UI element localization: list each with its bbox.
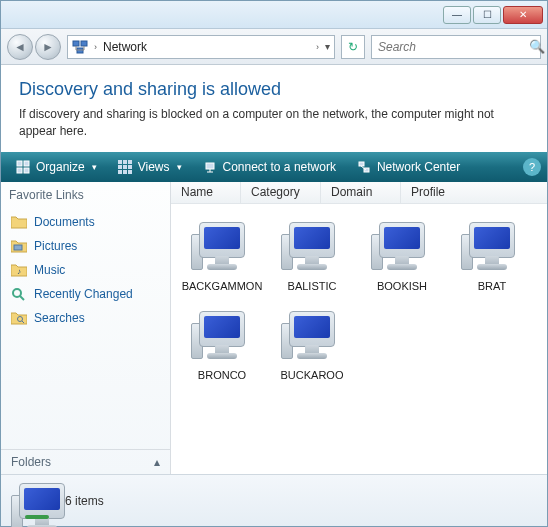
- folders-toggle[interactable]: Folders ▴: [1, 449, 170, 474]
- main-area: NameCategoryDomainProfile BACKGAMMONBALI…: [171, 182, 547, 474]
- computer-label: BRAT: [478, 280, 507, 293]
- breadcrumb-sep2[interactable]: ›: [316, 42, 319, 52]
- favorite-links-header: Favorite Links: [1, 182, 170, 208]
- favorite-links-list: DocumentsPictures♪MusicRecently ChangedS…: [1, 208, 170, 332]
- body: Favorite Links DocumentsPictures♪MusicRe…: [1, 182, 547, 474]
- computer-bookish[interactable]: BOOKISH: [359, 216, 445, 297]
- help-button[interactable]: ?: [523, 158, 541, 176]
- computer-icon: [191, 309, 253, 365]
- command-bar: Organize ▾ Views ▾ Connect to a network …: [1, 152, 547, 182]
- maximize-button[interactable]: ☐: [473, 6, 501, 24]
- computer-icon: [371, 220, 433, 276]
- info-banner: Discovery and sharing is allowed If disc…: [1, 65, 547, 152]
- computer-bronco[interactable]: BRONCO: [179, 305, 265, 386]
- sidebar-item-music[interactable]: ♪Music: [1, 258, 170, 282]
- sidebar-item-recently-changed[interactable]: Recently Changed: [1, 282, 170, 306]
- network-center-label: Network Center: [377, 160, 460, 174]
- folder-icon: [11, 214, 27, 230]
- search-folder-icon: [11, 286, 27, 302]
- breadcrumb-sep: ›: [94, 42, 97, 52]
- svg-text:♪: ♪: [17, 267, 21, 276]
- column-headers: NameCategoryDomainProfile: [171, 182, 547, 204]
- network-center-button[interactable]: Network Center: [348, 156, 468, 178]
- connect-network-button[interactable]: Connect to a network: [194, 156, 344, 178]
- sidebar-item-label: Documents: [34, 215, 95, 229]
- sidebar-item-label: Recently Changed: [34, 287, 133, 301]
- network-center-icon: [356, 159, 372, 175]
- breadcrumb-network[interactable]: Network: [103, 40, 310, 54]
- sidebar-item-label: Pictures: [34, 239, 77, 253]
- network-icon: [72, 39, 88, 55]
- search-input[interactable]: [378, 40, 529, 54]
- folder-pic-icon: [11, 238, 27, 254]
- title-bar: — ☐ ✕: [1, 1, 547, 29]
- svg-rect-15: [128, 165, 132, 169]
- folder-music-icon: ♪: [11, 262, 27, 278]
- svg-rect-18: [128, 170, 132, 174]
- svg-rect-13: [118, 165, 122, 169]
- refresh-button[interactable]: ↻: [341, 35, 365, 59]
- views-icon: [117, 159, 133, 175]
- info-heading: Discovery and sharing is allowed: [19, 79, 529, 100]
- address-dropdown[interactable]: ▾: [325, 41, 330, 52]
- address-bar[interactable]: › Network › ▾: [67, 35, 335, 59]
- explorer-window: — ☐ ✕ ◄ ► › Network › ▾ ↻ 🔍 ▾ Discovery …: [0, 0, 548, 527]
- svg-rect-19: [206, 163, 214, 169]
- svg-rect-16: [118, 170, 122, 174]
- nav-row: ◄ ► › Network › ▾ ↻ 🔍 ▾: [1, 29, 547, 65]
- computer-label: BRONCO: [198, 369, 246, 382]
- organize-label: Organize: [36, 160, 85, 174]
- svg-rect-17: [123, 170, 127, 174]
- computer-icon: [461, 220, 523, 276]
- chevron-down-icon: ▾: [177, 162, 182, 172]
- computer-backgammon[interactable]: BACKGAMMON: [179, 216, 265, 297]
- organize-icon: [15, 159, 31, 175]
- computer-brat[interactable]: BRAT: [449, 216, 535, 297]
- sidebar-item-documents[interactable]: Documents: [1, 210, 170, 234]
- search-box[interactable]: 🔍 ▾: [371, 35, 541, 59]
- svg-rect-22: [359, 162, 364, 166]
- computer-icon: [281, 309, 343, 365]
- computer-label: BALISTIC: [288, 280, 337, 293]
- organize-button[interactable]: Organize ▾: [7, 156, 105, 178]
- column-name[interactable]: Name: [171, 182, 241, 203]
- column-domain[interactable]: Domain: [321, 182, 401, 203]
- sidebar-item-label: Searches: [34, 311, 85, 325]
- items-grid: BACKGAMMONBALISTICBOOKISHBRATBRONCOBUCKA…: [171, 204, 547, 474]
- search-icon[interactable]: 🔍: [529, 39, 545, 54]
- computer-label: BUCKAROO: [281, 369, 344, 382]
- svg-rect-9: [24, 168, 29, 173]
- forward-button[interactable]: ►: [35, 34, 61, 60]
- computer-label: BACKGAMMON: [182, 280, 263, 293]
- items-row: BACKGAMMONBALISTICBOOKISHBRATBRONCOBUCKA…: [179, 216, 539, 386]
- sidebar-item-pictures[interactable]: Pictures: [1, 234, 170, 258]
- connect-label: Connect to a network: [223, 160, 336, 174]
- views-button[interactable]: Views ▾: [109, 156, 190, 178]
- sidebar-item-searches[interactable]: Searches: [1, 306, 170, 330]
- svg-rect-12: [128, 160, 132, 164]
- svg-rect-10: [118, 160, 122, 164]
- views-label: Views: [138, 160, 170, 174]
- sidebar: Favorite Links DocumentsPictures♪MusicRe…: [1, 182, 171, 474]
- svg-rect-8: [17, 168, 22, 173]
- computer-icon: [191, 220, 253, 276]
- minimize-button[interactable]: —: [443, 6, 471, 24]
- svg-rect-6: [17, 161, 22, 166]
- svg-rect-7: [24, 161, 29, 166]
- svg-rect-31: [25, 515, 49, 519]
- connect-icon: [202, 159, 218, 175]
- back-button[interactable]: ◄: [7, 34, 33, 60]
- computer-balistic[interactable]: BALISTIC: [269, 216, 355, 297]
- chevron-up-icon: ▴: [154, 455, 160, 469]
- computer-icon: [281, 220, 343, 276]
- column-profile[interactable]: Profile: [401, 182, 547, 203]
- computer-buckaroo[interactable]: BUCKAROO: [269, 305, 355, 386]
- svg-rect-11: [123, 160, 127, 164]
- folder-search-icon: [11, 310, 27, 326]
- sidebar-item-label: Music: [34, 263, 65, 277]
- computer-label: BOOKISH: [377, 280, 427, 293]
- close-button[interactable]: ✕: [503, 6, 543, 24]
- folders-label: Folders: [11, 455, 51, 469]
- column-category[interactable]: Category: [241, 182, 321, 203]
- nav-buttons: ◄ ►: [7, 34, 61, 60]
